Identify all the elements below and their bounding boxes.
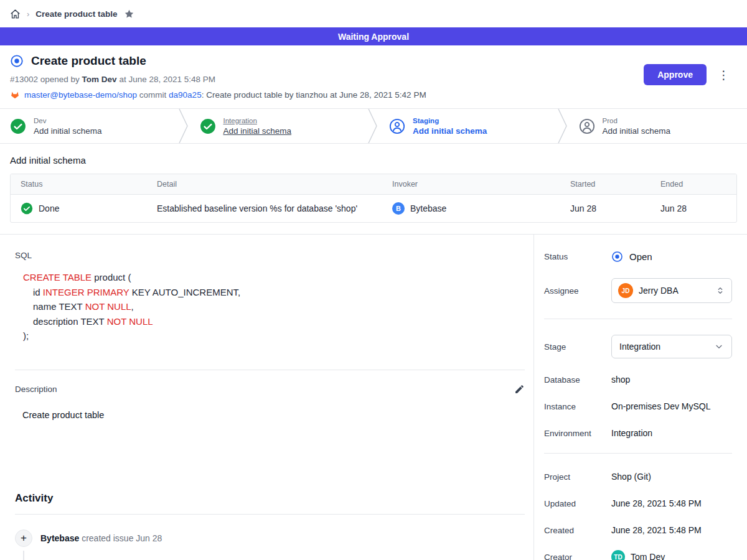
task-section: Add initial schema Status Detail Invoker… bbox=[0, 144, 747, 234]
issue-opened-at: at June 28, 2021 5:48 PM bbox=[117, 75, 215, 84]
task-heading: Add initial schema bbox=[10, 155, 737, 166]
status-cell: Done bbox=[11, 195, 147, 222]
approve-button[interactable]: Approve bbox=[644, 64, 707, 85]
status-label: Status bbox=[544, 252, 611, 261]
selector-updown-icon bbox=[715, 286, 725, 296]
approval-banner: Waiting Approval bbox=[0, 27, 747, 45]
stage-integration[interactable]: Integration Add initial schema bbox=[190, 109, 369, 143]
chevron-right-icon: › bbox=[27, 9, 29, 19]
stage-task: Add initial schema bbox=[34, 126, 102, 136]
pipeline-stages: Dev Add initial schema Integration Add i… bbox=[0, 108, 747, 144]
assignee-label: Assignee bbox=[544, 286, 611, 296]
activity-heading: Activity bbox=[15, 492, 525, 505]
environment-value: Integration bbox=[611, 428, 652, 438]
environment-label: Environment bbox=[544, 429, 611, 438]
invoker-cell: B Bytebase bbox=[382, 195, 560, 222]
stage-task: Add initial schema bbox=[603, 126, 671, 136]
stage-task: Add initial schema bbox=[413, 126, 487, 136]
assignee-avatar: JD bbox=[618, 283, 633, 298]
col-ended: Ended bbox=[651, 174, 736, 194]
col-invoker: Invoker bbox=[382, 174, 560, 194]
creator-name: Tom Dev bbox=[631, 552, 665, 560]
left-column: SQL CREATE TABLE product ( id INTEGER PR… bbox=[0, 235, 533, 560]
table-header-row: Status Detail Invoker Started Ended bbox=[11, 174, 736, 195]
issue-id: #13002 opened by bbox=[10, 75, 82, 84]
commit-word: commit bbox=[139, 90, 167, 100]
activity-item: + Bytebase created issue Jun 28 bbox=[15, 530, 525, 547]
instance-value: On-premises Dev MySQL bbox=[611, 401, 710, 411]
stage-dev[interactable]: Dev Add initial schema bbox=[0, 109, 179, 143]
table-row: Done Established baseline version %s for… bbox=[11, 195, 736, 222]
creator-label: Creator bbox=[544, 553, 611, 560]
description-body: Create product table bbox=[22, 410, 525, 420]
favorite-star-icon[interactable] bbox=[124, 9, 134, 19]
main-content: SQL CREATE TABLE product ( id INTEGER PR… bbox=[0, 234, 747, 560]
activity-action: created issue Jun 28 bbox=[79, 533, 162, 543]
issue-author: Tom Dev bbox=[82, 75, 117, 84]
breadcrumb-current[interactable]: Create product table bbox=[35, 9, 117, 19]
app-root: › Create product table Waiting Approval … bbox=[0, 0, 747, 560]
status-value: Open bbox=[611, 251, 652, 263]
assignee-dropdown[interactable]: JD Jerry DBA bbox=[611, 278, 732, 303]
project-value: Shop (Git) bbox=[611, 472, 651, 482]
updated-label: Updated bbox=[544, 499, 611, 508]
git-branch-link[interactable]: master@bytebase-demo/shop bbox=[24, 90, 137, 100]
creator-avatar: TD bbox=[611, 550, 625, 560]
description-label: Description bbox=[15, 385, 57, 394]
updated-value: June 28, 2021 5:48 PM bbox=[611, 498, 702, 508]
instance-label: Instance bbox=[544, 402, 611, 411]
stage-staging[interactable]: Staging Add initial schema bbox=[379, 109, 558, 143]
open-status-icon bbox=[611, 251, 623, 263]
bytebase-avatar: B bbox=[392, 202, 405, 215]
user-circle-icon bbox=[389, 118, 405, 134]
more-options-icon[interactable]: ⋮ bbox=[715, 68, 732, 82]
user-circle-icon bbox=[579, 118, 595, 134]
divider bbox=[15, 370, 525, 370]
project-label: Project bbox=[544, 472, 611, 482]
activity-actor: Bytebase bbox=[40, 533, 79, 543]
invoker-name: Bytebase bbox=[410, 203, 446, 213]
started-cell: Jun 28 bbox=[560, 196, 651, 221]
sql-code-block: CREATE TABLE product ( id INTEGER PRIMAR… bbox=[23, 270, 525, 343]
stage-prod[interactable]: Prod Add initial schema bbox=[569, 109, 747, 143]
creator-value: TD Tom Dev bbox=[611, 550, 665, 560]
home-icon[interactable] bbox=[10, 9, 21, 19]
issue-header: Create product table Approve ⋮ #13002 op… bbox=[0, 45, 747, 108]
stage-name: Prod bbox=[603, 117, 671, 124]
stage-separator-icon bbox=[179, 109, 190, 143]
stage-selected-value: Integration bbox=[619, 342, 660, 352]
git-commit-line: master@bytebase-demo/shop commit da90a25… bbox=[10, 90, 737, 100]
chevron-down-icon bbox=[714, 342, 724, 352]
divider bbox=[15, 514, 525, 515]
created-value: June 28, 2021 5:48 PM bbox=[611, 525, 702, 535]
stage-label: Stage bbox=[544, 342, 611, 352]
commit-hash-link[interactable]: da90a25 bbox=[169, 90, 202, 100]
plus-icon: + bbox=[15, 530, 32, 547]
stage-separator-icon bbox=[368, 109, 379, 143]
stage-name: Staging bbox=[413, 117, 487, 124]
check-circle-icon bbox=[10, 118, 26, 134]
check-circle-icon bbox=[21, 202, 33, 215]
check-circle-icon bbox=[200, 118, 216, 134]
stage-select[interactable]: Integration bbox=[611, 335, 732, 358]
stage-name: Integration bbox=[223, 117, 292, 124]
edit-pencil-icon[interactable] bbox=[514, 384, 525, 394]
col-detail: Detail bbox=[147, 174, 382, 194]
created-label: Created bbox=[544, 526, 611, 535]
timeline-connector bbox=[23, 551, 24, 560]
stage-separator-icon bbox=[558, 109, 569, 143]
stage-task: Add initial schema bbox=[223, 126, 292, 136]
database-label: Database bbox=[544, 375, 611, 385]
issue-sidebar: Status Open Assignee JD Jerry DBA bbox=[533, 235, 747, 560]
task-table: Status Detail Invoker Started Ended Done… bbox=[10, 174, 737, 223]
issue-open-icon bbox=[10, 54, 24, 68]
issue-meta: #13002 opened by Tom Dev at June 28, 202… bbox=[10, 75, 737, 84]
assignee-name: Jerry DBA bbox=[639, 286, 679, 296]
col-started: Started bbox=[560, 174, 651, 194]
divider bbox=[544, 319, 732, 319]
stage-name: Dev bbox=[34, 117, 102, 124]
page-title: Create product table bbox=[31, 54, 146, 68]
status-text: Done bbox=[39, 203, 59, 213]
sql-label: SQL bbox=[15, 251, 525, 260]
divider bbox=[544, 453, 732, 454]
